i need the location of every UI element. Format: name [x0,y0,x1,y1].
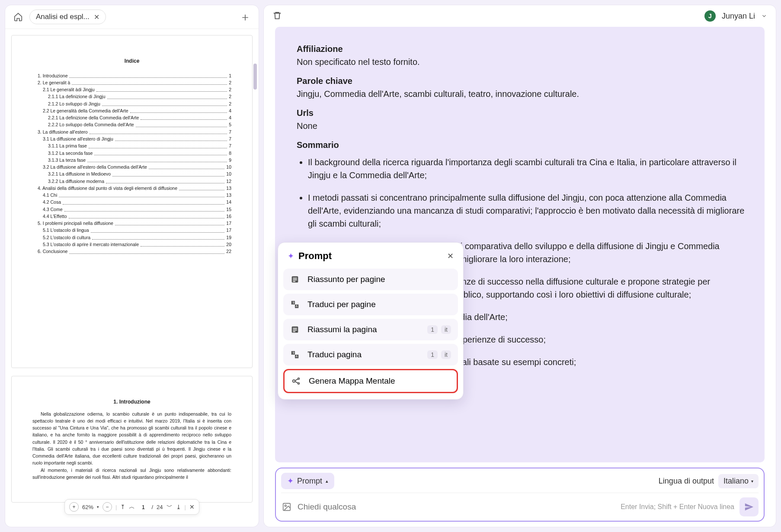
add-tab-button[interactable]: ＋ [238,10,253,24]
toc-page: 10 [226,163,231,170]
prompt-option-label: Traduci per pagine [307,300,376,309]
toc-label: 4.3 Come [43,206,63,213]
toc-row: 4.3 Come15 [43,206,231,213]
prompt-option[interactable]: Riassumi la pagina1it [283,319,458,340]
toc-dots [69,72,227,78]
chat-input[interactable] [298,502,615,512]
svg-rect-5 [293,281,295,282]
zoom-in-button[interactable]: + [69,502,79,512]
toc-dots [69,248,224,253]
first-page-button[interactable]: ⤒ [120,503,125,510]
toc-row: 3.1 La diffusione all'estero di Jingju7 [43,135,231,142]
toc-dots [91,227,225,232]
zoom-level: 62% [82,504,93,510]
document-viewport[interactable]: Indice 1. Introduzione12. Le generalit à… [5,29,259,527]
next-page-button[interactable]: ﹀ [166,503,173,511]
toc-row: 3.2.1 La diffusione in Medioevo10 [48,170,231,177]
prompt-chip-label: Prompt [297,477,322,486]
toc-dots [59,192,224,197]
svg-rect-11 [293,331,295,332]
toc-dots [136,121,227,127]
page-input[interactable] [138,504,148,510]
toc-row: 3.2.2 La diffusione moderna12 [48,178,231,185]
output-language-label: Lingua di output [659,477,714,486]
delete-button[interactable] [272,11,283,21]
chat-input-toolbar: ✦ Prompt ▴ Lingua di output Italiano ▾ [281,473,759,489]
toc-page: 22 [226,248,231,255]
zoom-out-button[interactable]: − [102,502,112,512]
separator: | [185,504,186,510]
toc-label: 3.2.1 La diffusione in Medioevo [48,170,111,177]
svg-point-1 [285,505,286,506]
toc-label: 3. La diffusione all'estero [38,128,88,135]
toc-page: 7 [229,128,231,135]
toc-row: 3. La diffusione all'estero7 [38,128,231,135]
toc-dots [96,86,227,92]
close-toolbar-button[interactable]: ✕ [189,503,195,510]
user-avatar[interactable]: J [704,10,716,22]
toc-dots [90,128,227,134]
intro-paragraph: Al momento, i materiali di ricerca nazio… [32,467,231,481]
toc-row: 1. Introduzione1 [38,72,231,79]
toc-dots [89,142,227,148]
toc-label: 1. Introduzione [38,72,67,79]
chevron-down-icon: ▾ [751,479,753,484]
language-selector[interactable]: Italiano ▾ [718,474,759,488]
close-popover-button[interactable]: ✕ [447,251,454,261]
language-value: Italiano [723,477,749,486]
toc-dots [64,206,225,212]
section-title: Urls [297,106,751,119]
send-button[interactable] [739,497,759,516]
toc-row: 2.1.1 La definizione di Jingju2 [48,93,231,100]
prompt-option[interactable]: 文ATraduci pagina1it [283,344,458,365]
intro-heading: 1. Introduzione [32,398,231,406]
scrollbar[interactable] [253,64,257,90]
prev-page-button[interactable]: ︿ [129,503,135,511]
toc-list: 1. Introduzione12. Le generalit à22.1 Le… [32,72,231,255]
zoom-dropdown-icon[interactable]: ▾ [97,505,99,509]
prompt-option[interactable]: Riassunto per pagine [283,269,458,290]
badge: 1 [427,350,438,359]
toc-dots [94,150,227,155]
toc-row: 4.1 Chi13 [43,192,231,199]
close-tab-icon[interactable]: ✕ [94,13,99,21]
option-badges: 1it [427,350,451,359]
toc-dots [72,79,227,85]
toc-page: 13 [226,192,231,199]
prompt-chip[interactable]: ✦ Prompt ▴ [281,473,334,489]
prompt-option[interactable]: Genera Mappa Mentale [283,369,458,393]
toc-dots [115,135,227,141]
toc-dots [112,170,224,176]
document-panel: Analisi ed espl... ✕ ＋ Indice 1. Introdu… [5,5,259,527]
toc-label: 3.1.1 La prima fase [48,142,87,149]
toc-row: 2.1 Le generalit àdi Jingju2 [43,86,231,93]
toc-dots [87,157,227,162]
last-page-button[interactable]: ⤓ [176,503,181,510]
toc-label: 2.2 Le generalità della Commedia dell'Ar… [43,107,128,114]
toc-row: 2.2.1 La definizione della Commedia dell… [48,114,231,121]
attach-image-button[interactable] [281,501,292,513]
intro-paragraph: Nella globalizzazione odierna, lo scambi… [32,410,231,467]
section-value: Non specificato nel testo fornito. [297,55,751,68]
summary-icon [290,325,301,334]
toc-row: 4.2 Cosa14 [43,199,231,205]
toc-page: 7 [229,142,231,149]
toc-page: 10 [226,170,231,177]
toc-dots [179,185,224,190]
toc-page: 7 [229,135,231,142]
prompt-option[interactable]: 文ATraduci per pagine [283,294,458,315]
document-tab[interactable]: Analisi ed espl... ✕ [29,10,106,24]
toc-title: Indice [32,57,231,65]
user-menu-dropdown[interactable] [761,13,767,19]
toc-page: 4 [229,107,231,114]
badge: it [441,350,451,359]
toc-row: 2.2.2 Lo sviluppo della Commedia dell'Ar… [48,121,231,128]
svg-rect-10 [293,330,297,330]
toc-page: 2 [229,100,231,107]
svg-text:A: A [296,304,298,308]
sparkle-icon: ✦ [288,251,294,261]
toc-label: 2.2.1 La definizione della Commedia dell… [48,114,139,121]
toc-row: 5.3 L'ostacolo di aprire il mercato inte… [43,241,231,248]
home-button[interactable] [11,10,25,24]
toc-page: 2 [229,93,231,100]
